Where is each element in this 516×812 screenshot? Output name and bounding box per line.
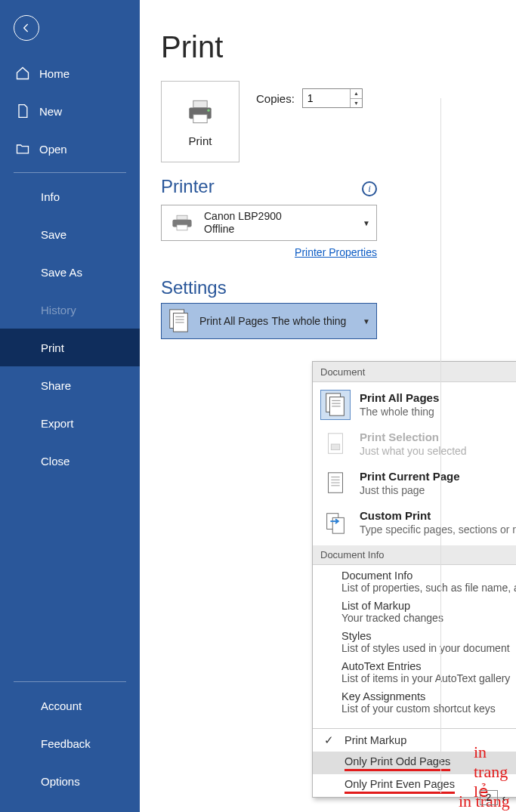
sidebar-label: Options — [41, 775, 80, 788]
svg-rect-6 — [177, 225, 187, 230]
sidebar-item-print[interactable]: Print — [0, 329, 140, 366]
sidebar-item-options[interactable]: Options — [0, 762, 140, 800]
copies-spinner[interactable]: ▲ ▼ — [350, 89, 362, 107]
page-navigator[interactable]: 2 ‹ — [480, 790, 505, 805]
sidebar-item-save[interactable]: Save — [0, 215, 140, 253]
backstage-sidebar: Home New Open Info Save Save As History … — [0, 0, 140, 812]
sidebar-item-feedback[interactable]: Feedback — [0, 724, 140, 762]
sidebar-item-new[interactable]: New — [0, 92, 140, 130]
printer-icon — [184, 97, 217, 127]
page-title: Print — [161, 30, 516, 64]
range-sub: The whole thing — [272, 315, 347, 327]
sidebar-label: Share — [41, 379, 71, 392]
menu-item-label: Only Print Odd Pages — [345, 755, 450, 771]
info-icon[interactable]: i — [362, 181, 377, 196]
svg-rect-17 — [329, 434, 343, 453]
pages-icon — [324, 392, 347, 418]
svg-point-3 — [207, 109, 209, 111]
print-pane: Print Print Copies: 1 ▲ ▼ — [140, 0, 516, 812]
page-icon — [324, 471, 347, 496]
sidebar-label: Print — [41, 341, 64, 354]
new-doc-icon — [15, 103, 30, 119]
printer-dropdown[interactable]: Canon LBP2900 Offline ▼ — [161, 205, 377, 241]
sidebar-label: Account — [41, 699, 82, 712]
sidebar-label: Export — [41, 417, 73, 430]
printer-status: Offline — [204, 223, 354, 236]
arrow-left-icon — [20, 22, 32, 34]
checkmark-icon: ✓ — [323, 734, 334, 746]
svg-rect-5 — [177, 215, 187, 220]
chevron-up-icon[interactable]: ▲ — [351, 89, 362, 99]
sidebar-label: History — [41, 304, 76, 316]
printer-heading: Printer — [161, 176, 215, 197]
sidebar-item-close[interactable]: Close — [0, 442, 140, 480]
menu-item-label: Print Markup — [345, 734, 406, 746]
print-range-dropdown[interactable]: Print All Pages The whole thing ▼ — [161, 303, 377, 339]
open-folder-icon — [15, 141, 30, 156]
chevron-down-icon[interactable]: ▼ — [351, 99, 362, 108]
menu-item-sub: The whole thing — [360, 406, 439, 419]
svg-rect-2 — [193, 114, 207, 122]
sidebar-item-account[interactable]: Account — [0, 687, 140, 724]
sidebar-separator — [14, 681, 126, 682]
printer-name: Canon LBP2900 — [204, 210, 354, 223]
copies-value: 1 — [303, 89, 350, 107]
print-button-label: Print — [189, 134, 212, 147]
svg-rect-25 — [332, 517, 344, 533]
print-button[interactable]: Print — [161, 81, 239, 162]
menu-item-title: Print All Pages — [360, 391, 439, 406]
sidebar-label: Open — [39, 143, 67, 156]
sidebar-separator — [14, 172, 126, 173]
print-preview-edge — [440, 98, 516, 793]
chevron-down-icon: ▼ — [363, 317, 370, 326]
printer-properties-link[interactable]: Printer Properties — [295, 246, 377, 258]
sidebar-label: New — [39, 105, 62, 118]
sidebar-item-history: History — [0, 291, 140, 329]
sidebar-label: Info — [41, 190, 60, 203]
svg-rect-1 — [193, 100, 207, 107]
back-button[interactable] — [14, 15, 39, 41]
svg-rect-18 — [331, 444, 339, 450]
sidebar-label: Save — [41, 228, 66, 241]
sidebar-item-open[interactable]: Open — [0, 130, 140, 168]
sidebar-label: Feedback — [41, 737, 91, 750]
sidebar-item-info[interactable]: Info — [0, 178, 140, 215]
pages-icon — [168, 308, 190, 334]
sidebar-item-save-as[interactable]: Save As — [0, 253, 140, 291]
menu-item-label: Only Print Even Pages — [345, 778, 455, 794]
page-selection-icon — [324, 431, 347, 457]
range-title: Print All Pages — [199, 315, 268, 327]
printer-icon — [169, 212, 195, 233]
page-nav-of-label: ‹ — [502, 792, 505, 804]
sidebar-label: Home — [39, 67, 70, 80]
chevron-down-icon: ▼ — [363, 219, 370, 227]
sidebar-label: Save As — [41, 266, 82, 279]
sidebar-item-share[interactable]: Share — [0, 366, 140, 404]
sidebar-item-export[interactable]: Export — [0, 404, 140, 442]
page-number-input[interactable]: 2 — [480, 790, 498, 805]
sidebar-label: Close — [41, 455, 70, 468]
home-icon — [15, 66, 30, 81]
copies-label: Copies: — [256, 92, 295, 105]
copies-input[interactable]: 1 ▲ ▼ — [302, 88, 363, 108]
sidebar-item-home[interactable]: Home — [0, 54, 140, 92]
custom-print-icon — [324, 510, 347, 536]
